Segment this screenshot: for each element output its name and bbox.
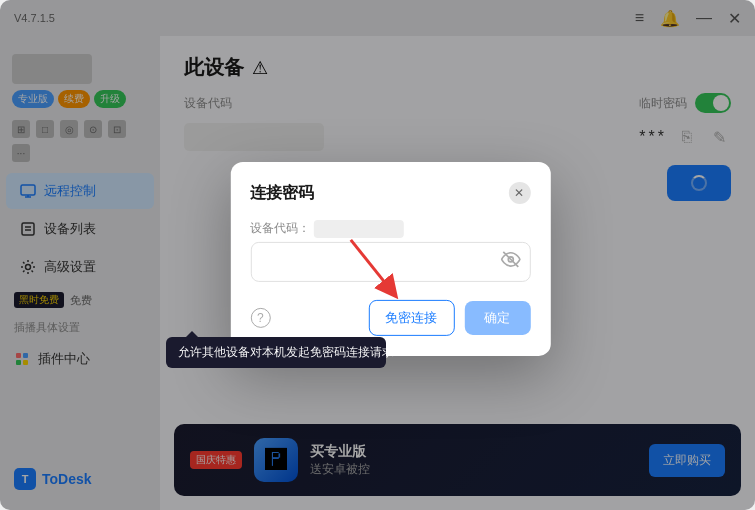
modal-close-button[interactable]: ✕: [508, 182, 530, 204]
confirm-button[interactable]: 确定: [464, 301, 530, 335]
connect-password-modal: 连接密码 ✕ 设备代码：: [230, 162, 550, 356]
modal-password-input[interactable]: [250, 242, 530, 282]
modal-password-field: [250, 242, 530, 282]
tooltip: 允许其他设备对本机发起免密码连接请求: [166, 337, 386, 368]
modal-help-button[interactable]: ?: [250, 308, 270, 328]
free-connect-button[interactable]: 免密连接: [368, 300, 454, 336]
eye-icon[interactable]: [500, 249, 520, 274]
modal-device-code-label: 设备代码：: [250, 220, 530, 238]
modal-header: 连接密码 ✕: [250, 182, 530, 204]
app-window: V4.7.1.5 ≡ 🔔 — ✕ 专业版 续费 升级 ⊞ □ ◎ ⊙: [0, 0, 755, 510]
modal-code-value: [314, 220, 404, 238]
tooltip-text: 允许其他设备对本机发起免密码连接请求: [178, 345, 394, 359]
modal-footer: ? 免密连接 确定: [250, 300, 530, 336]
modal-title: 连接密码: [250, 182, 314, 203]
